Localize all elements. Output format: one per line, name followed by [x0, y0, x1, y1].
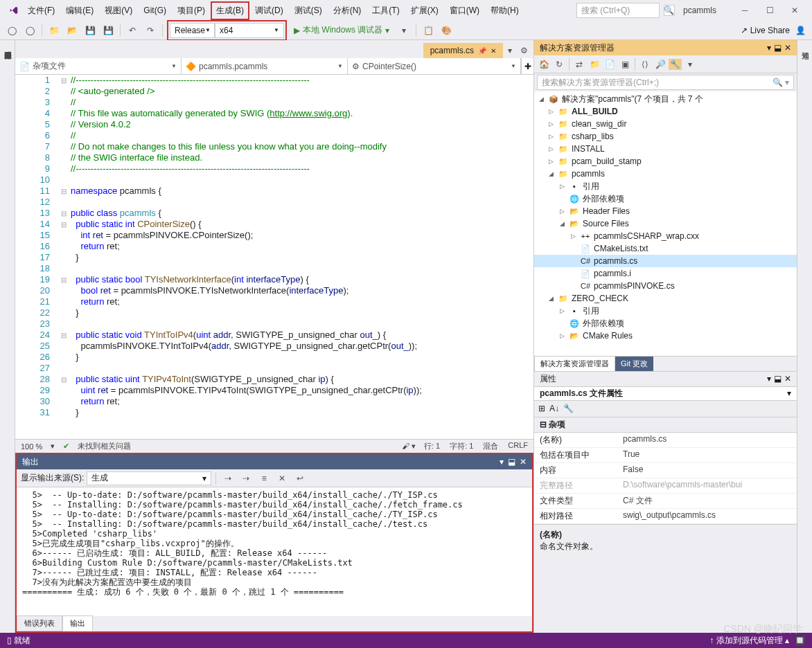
tree-item[interactable]: C#pcammls.cs: [534, 255, 797, 267]
tree-item[interactable]: ▷📁pcam_build_stamp: [534, 155, 797, 168]
tool-icon-2[interactable]: 🎨: [439, 23, 454, 38]
tree-item[interactable]: ◢📁ZERO_CHECK: [534, 292, 797, 305]
tree-item[interactable]: C#pcammlsPINVOKE.cs: [534, 280, 797, 292]
tree-item[interactable]: 📄CMakeLists.txt: [534, 242, 797, 255]
sol-home-icon[interactable]: 🏠: [537, 57, 551, 71]
props-dropdown-icon[interactable]: ▾: [767, 374, 771, 384]
nav-split-button[interactable]: ✚: [521, 58, 533, 74]
close-button[interactable]: ✕: [783, 2, 806, 19]
menu-item[interactable]: 帮助(H): [485, 1, 524, 21]
platform-combo[interactable]: x64▼: [215, 23, 284, 38]
search-box[interactable]: 搜索 (Ctrl+Q): [576, 3, 660, 18]
output-dropdown-icon[interactable]: ▾: [500, 457, 504, 467]
menu-item[interactable]: 测试(S): [289, 1, 328, 21]
tree-item[interactable]: ▷📁clean_swig_dir: [534, 118, 797, 130]
sol-tool-2[interactable]: 📄: [603, 57, 617, 71]
output-tool-1[interactable]: ⇢: [220, 471, 236, 486]
nav-project-combo[interactable]: 📄 杂项文件▼: [15, 58, 182, 74]
output-clear[interactable]: ✕: [274, 471, 290, 486]
status-add-source[interactable]: ↑ 添加到源代码管理 ▴: [709, 635, 789, 647]
new-button[interactable]: 📁: [46, 23, 62, 38]
tree-item[interactable]: ▷📂Header Files: [534, 205, 797, 217]
debug-target-button[interactable]: ▾: [396, 23, 412, 38]
menu-item[interactable]: 扩展(X): [405, 1, 444, 21]
tab-gear-icon[interactable]: ⚙: [517, 43, 531, 58]
tree-item[interactable]: ◢📂Source Files: [534, 217, 797, 230]
nav-class-combo[interactable]: 🔶 pcammls.pcammls▼: [182, 58, 348, 74]
tree-item[interactable]: ▷📂CMake Rules: [534, 330, 797, 342]
sol-wrench-icon[interactable]: 🔧: [669, 59, 682, 70]
undo-button[interactable]: ↶: [125, 23, 140, 38]
props-category[interactable]: ⊟ 杂项: [534, 417, 797, 433]
nav-member-combo[interactable]: ⚙ CPointerSize()▼: [348, 58, 521, 74]
minimize-button[interactable]: ─: [733, 2, 757, 19]
solution-root[interactable]: ◢📦解决方案"pcammls"(7 个项目，共 7 个: [534, 93, 797, 105]
forward-button[interactable]: ◯: [22, 23, 37, 38]
code-editor[interactable]: 1234567891011121314151617181920212223242…: [15, 75, 533, 439]
sol-tool-4[interactable]: ⟨⟩: [638, 57, 652, 71]
bottom-tab[interactable]: 错误列表: [17, 615, 62, 631]
config-combo[interactable]: Release▼: [170, 23, 215, 38]
tree-item[interactable]: 🌐外部依赖项: [534, 317, 797, 330]
tree-item[interactable]: ▷📁csharp_libs: [534, 130, 797, 143]
zoom-level[interactable]: 100 %: [21, 442, 42, 451]
props-row[interactable]: 相对路径swig\_output\pcammls.cs: [534, 509, 797, 524]
sol-tool-5[interactable]: 🔎: [653, 57, 667, 71]
menu-item[interactable]: 文件(F): [22, 1, 60, 21]
props-row[interactable]: 内容False: [534, 463, 797, 478]
props-row[interactable]: 包括在项目中True: [534, 448, 797, 463]
menu-item[interactable]: 视图(V): [99, 1, 138, 21]
tree-item[interactable]: ◢📁pcammls: [534, 168, 797, 180]
output-text[interactable]: 5> -- Up-to-date: D:/software/pcammls-ma…: [17, 487, 532, 616]
output-close-icon[interactable]: ✕: [520, 457, 527, 467]
save-all-button[interactable]: 💾: [100, 23, 116, 38]
menu-item[interactable]: 项目(P): [172, 1, 211, 21]
props-close-icon[interactable]: ✕: [784, 374, 791, 384]
output-source-combo[interactable]: 生成▾: [87, 471, 211, 485]
right-sidebar[interactable]: 通知: [797, 40, 812, 633]
tree-item[interactable]: ▷📁INSTALL: [534, 143, 797, 155]
doc-tab-active[interactable]: pcammls.cs 📌 ✕: [423, 43, 503, 58]
tree-item[interactable]: ▷++pcammlsCSHARP_wrap.cxx: [534, 230, 797, 242]
open-button[interactable]: 📂: [64, 23, 80, 38]
sol-pin-icon[interactable]: ⬓: [774, 43, 782, 53]
redo-button[interactable]: ↷: [143, 23, 158, 38]
start-debug-button[interactable]: ▶ 本地 Windows 调试器 ▾: [290, 24, 394, 36]
sol-close-icon[interactable]: ✕: [784, 43, 791, 53]
maximize-button[interactable]: ☐: [758, 2, 782, 19]
props-pin-icon[interactable]: ⬓: [774, 374, 782, 384]
sol-sync-icon[interactable]: ⇄: [572, 57, 586, 71]
output-tool-3[interactable]: ≡: [256, 471, 272, 486]
tree-item[interactable]: ▷▪引用: [534, 180, 797, 192]
account-icon[interactable]: 👤: [793, 23, 808, 38]
tree-item[interactable]: 🌐外部依赖项: [534, 192, 797, 205]
menu-item[interactable]: 窗口(W): [444, 1, 485, 21]
menu-item[interactable]: 编辑(E): [60, 1, 99, 21]
solution-tree[interactable]: ◢📦解决方案"pcammls"(7 个项目，共 7 个 ▷📁ALL_BUILD▷…: [534, 91, 797, 356]
tab-git-changes[interactable]: Git 更改: [615, 357, 653, 371]
sol-dropdown-icon[interactable]: ▾: [767, 43, 771, 53]
props-row[interactable]: 文件类型C# 文件: [534, 494, 797, 509]
sol-tool-1[interactable]: 📁: [588, 57, 601, 71]
back-button[interactable]: ◯: [4, 23, 19, 38]
sol-tool-6[interactable]: ▾: [683, 57, 697, 71]
search-icon[interactable]: 🔍: [664, 5, 675, 16]
server-explorer-tab[interactable]: 服务器资源管理器: [3, 46, 13, 627]
user-label[interactable]: pcammls: [679, 6, 721, 15]
solution-search[interactable]: 搜索解决方案资源管理器(Ctrl+;)🔍 ▾: [537, 75, 794, 90]
tree-item[interactable]: 📄pcammls.i: [534, 267, 797, 280]
menu-item[interactable]: 工具(T): [367, 1, 405, 21]
props-row[interactable]: 完整路径D:\software\pcammls-master\bui: [534, 478, 797, 494]
save-button[interactable]: 💾: [82, 23, 98, 38]
menu-item[interactable]: 调试(D): [249, 1, 289, 21]
sol-refresh-icon[interactable]: ↻: [552, 57, 566, 71]
tree-item[interactable]: ▷▪引用: [534, 305, 797, 317]
menu-item[interactable]: 分析(N): [328, 1, 367, 21]
status-notif-icon[interactable]: 🔲: [795, 636, 805, 645]
tab-solution-explorer[interactable]: 解决方案资源管理器: [534, 356, 615, 371]
bottom-tab[interactable]: 输出: [62, 615, 93, 631]
brush-icon[interactable]: 🖌 ▾: [402, 442, 416, 451]
output-pin-icon[interactable]: ⬓: [508, 457, 515, 467]
pin-icon[interactable]: 📌: [478, 47, 486, 55]
close-tab-icon[interactable]: ✕: [491, 47, 496, 55]
